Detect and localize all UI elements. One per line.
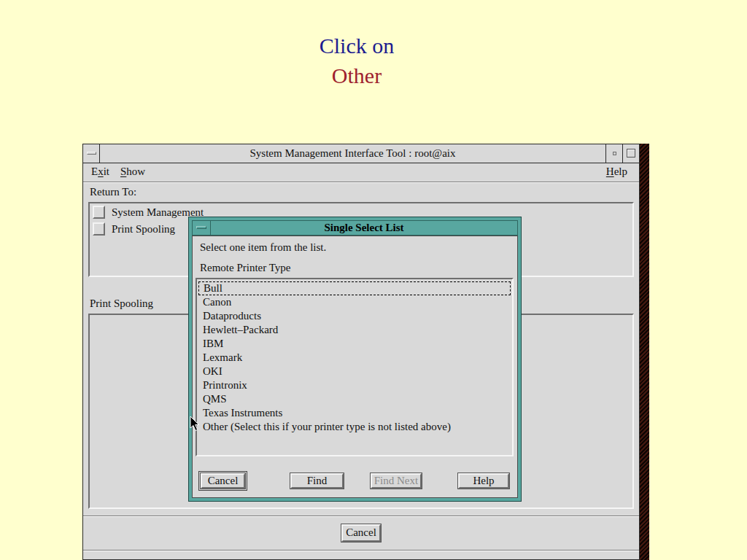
list-item[interactable]: Canon — [198, 295, 511, 309]
find-next-button: Find Next — [371, 473, 422, 489]
dialog-prompt: Select one item from the list. — [200, 241, 326, 254]
separator — [83, 550, 639, 551]
window-menu-button[interactable] — [83, 144, 100, 163]
list-item[interactable]: Other (Select this if your printer type … — [198, 420, 511, 434]
slide-title-line2: Other — [0, 61, 713, 90]
maximize-button[interactable] — [622, 144, 639, 163]
help-button[interactable]: Help — [458, 473, 509, 489]
menu-exit-pre: E — [91, 166, 98, 177]
list-item[interactable]: Printronix — [198, 378, 511, 392]
list-item[interactable]: Hewlett–Packard — [198, 323, 511, 337]
return-item-print-spooling[interactable]: Print Spooling — [93, 222, 175, 236]
dialog-window-menu-button[interactable] — [193, 221, 211, 235]
find-button[interactable]: Find — [290, 473, 344, 489]
dialog-cancel-button[interactable]: Cancel — [201, 473, 245, 489]
menu-bar: Exit Show Help — [83, 163, 639, 182]
slide-title: Click on Other — [0, 31, 713, 90]
menu-exit[interactable]: Exit — [91, 166, 109, 178]
minimize-button[interactable] — [605, 144, 622, 163]
menu-show[interactable]: Show — [120, 166, 145, 178]
return-item-label: Print Spooling — [112, 223, 175, 236]
list-item[interactable]: Bull — [198, 281, 511, 295]
dialog-body: Select one item from the list. Remote Pr… — [192, 236, 518, 498]
item-square-icon[interactable] — [93, 222, 105, 236]
return-to-label: Return To: — [90, 186, 136, 198]
mouse-cursor — [190, 416, 201, 432]
window-title: System Management Interface Tool : root@… — [100, 144, 605, 163]
menu-help-post: elp — [614, 166, 627, 177]
list-item[interactable]: Lexmark — [198, 351, 511, 365]
single-select-list-dialog: Single Select List Select one item from … — [188, 217, 522, 502]
dialog-menu-dash-icon — [196, 226, 206, 229]
dialog-title: Single Select List — [211, 221, 517, 235]
dialog-titlebar[interactable]: Single Select List — [192, 220, 518, 236]
bottom-button-row: Cancel — [83, 524, 639, 542]
presentation-slide: Click on Other System Management Interfa… — [0, 0, 747, 560]
return-item-system-management[interactable]: System Management — [93, 205, 204, 219]
default-button-ring: Cancel — [198, 471, 247, 491]
menu-help[interactable]: Help — [606, 166, 627, 178]
list-item[interactable]: Dataproducts — [198, 309, 511, 323]
slide-title-line1: Click on — [0, 31, 713, 61]
window-cancel-button[interactable]: Cancel — [341, 524, 381, 542]
desktop-background-strip — [640, 144, 649, 560]
menu-exit-post: it — [104, 166, 109, 177]
section-label: Print Spooling — [90, 298, 153, 310]
menu-exit-mnemonic: x — [98, 166, 104, 177]
item-square-icon[interactable] — [93, 206, 105, 219]
list-item[interactable]: QMS — [198, 392, 511, 406]
printer-type-list[interactable]: BullCanonDataproductsHewlett–PackardIBML… — [196, 278, 514, 456]
minimize-icon — [613, 152, 616, 155]
separator — [83, 516, 639, 516]
list-item[interactable]: OKI — [198, 365, 511, 378]
maximize-icon — [627, 149, 635, 158]
window-menu-dash-icon — [87, 152, 96, 155]
dialog-field-label: Remote Printer Type — [200, 262, 290, 274]
list-item[interactable]: Texas Instruments — [198, 406, 511, 420]
smit-titlebar[interactable]: System Management Interface Tool : root@… — [83, 144, 639, 163]
list-item[interactable]: IBM — [198, 337, 511, 351]
menu-help-mnemonic: H — [606, 166, 614, 177]
menu-show-post: how — [126, 166, 145, 177]
